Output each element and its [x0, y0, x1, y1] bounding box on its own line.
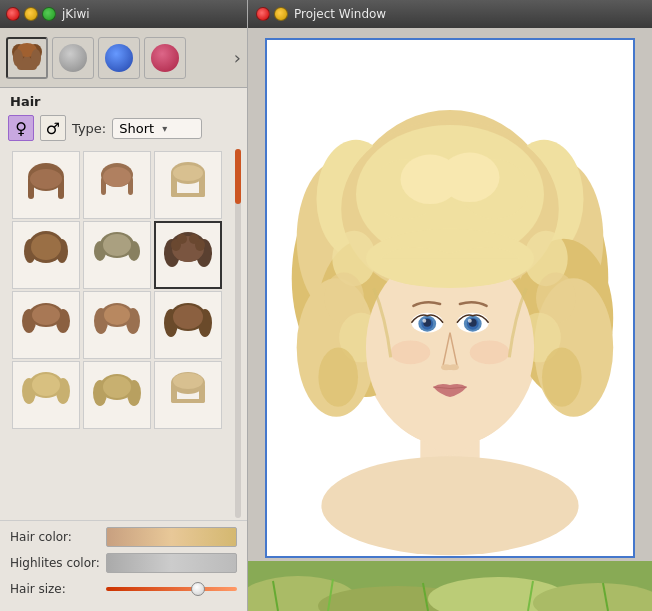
hair-style-7[interactable]: [12, 291, 80, 359]
svg-point-47: [173, 305, 203, 329]
hair-style-7-icon: [20, 299, 72, 351]
nature-strip-svg: [248, 561, 652, 611]
bottom-controls: Hair color: Highlites color: Hair size:: [0, 520, 247, 611]
hair-style-4[interactable]: [12, 221, 80, 289]
svg-point-43: [104, 305, 130, 325]
type-row: ♀ ♂ Type: Short ▾: [0, 113, 247, 147]
hair-size-slider[interactable]: [106, 579, 237, 599]
svg-point-81: [318, 347, 358, 406]
eyes-icon: [105, 44, 133, 72]
svg-point-27: [103, 234, 131, 256]
right-panel: Project Window: [248, 0, 652, 611]
svg-point-96: [422, 319, 426, 323]
svg-point-103: [449, 364, 459, 370]
svg-rect-6: [17, 62, 37, 70]
hair-style-11[interactable]: [83, 361, 151, 429]
svg-point-39: [32, 305, 60, 325]
hair-color-label: Hair color:: [10, 530, 100, 544]
portrait-svg: [267, 38, 633, 558]
svg-point-19: [173, 165, 203, 181]
hair-style-5[interactable]: [83, 221, 151, 289]
project-canvas: [265, 38, 635, 558]
svg-point-85: [542, 347, 582, 406]
lips-tool-button[interactable]: [144, 37, 186, 79]
svg-point-23: [31, 234, 61, 260]
svg-point-51: [32, 374, 60, 396]
right-minimize-button[interactable]: [274, 7, 288, 21]
eyes-tool-button[interactable]: [98, 37, 140, 79]
right-window-title: Project Window: [294, 7, 386, 21]
hair-style-8-icon: [91, 299, 143, 351]
svg-point-105: [470, 341, 510, 365]
hair-style-9[interactable]: [154, 291, 222, 359]
hair-style-10[interactable]: [12, 361, 80, 429]
makeup-icon: [59, 44, 87, 72]
hair-color-swatch[interactable]: [106, 527, 237, 547]
hair-icon: [9, 42, 45, 74]
hair-style-grid: [6, 149, 229, 431]
male-gender-button[interactable]: ♂: [40, 115, 66, 141]
hair-style-11-icon: [91, 369, 143, 421]
highlights-color-swatch[interactable]: [106, 553, 237, 573]
hair-style-9-icon: [162, 299, 214, 351]
left-panel: jKiwi › Hair: [0, 0, 248, 611]
hair-type-select[interactable]: Short ▾: [112, 118, 202, 139]
right-close-button[interactable]: [256, 7, 270, 21]
hair-style-1-icon: [20, 159, 72, 211]
hair-tool-button[interactable]: [6, 37, 48, 79]
highlights-color-row: Highlites color:: [10, 553, 237, 573]
project-bottom-strip: [248, 561, 652, 611]
svg-rect-18: [171, 193, 205, 197]
left-window-title: jKiwi: [62, 7, 90, 21]
section-header: Hair: [0, 88, 247, 113]
svg-point-104: [391, 341, 431, 365]
hair-size-row: Hair size:: [10, 579, 237, 599]
svg-point-101: [468, 319, 472, 323]
lips-icon: [151, 44, 179, 72]
svg-point-89: [440, 153, 499, 202]
svg-point-60: [173, 373, 203, 389]
female-gender-button[interactable]: ♀: [8, 115, 34, 141]
slider-thumb[interactable]: [191, 582, 205, 596]
hair-style-6-icon: [162, 229, 214, 281]
hair-style-2-icon: [91, 159, 143, 211]
type-label: Type:: [72, 121, 106, 136]
hair-size-label: Hair size:: [10, 582, 100, 596]
hair-grid-scrollbar[interactable]: [235, 149, 241, 518]
chevron-down-icon: ▾: [162, 123, 167, 134]
project-area: [248, 28, 652, 561]
hair-style-2[interactable]: [83, 151, 151, 219]
svg-point-34: [177, 234, 187, 244]
slider-track: [106, 587, 237, 591]
hair-style-1[interactable]: [12, 151, 80, 219]
svg-point-55: [103, 376, 131, 398]
makeup-tool-button[interactable]: [52, 37, 94, 79]
hair-style-6[interactable]: [154, 221, 222, 289]
svg-rect-59: [171, 399, 205, 403]
hair-style-5-icon: [91, 229, 143, 281]
titlebar-buttons: [6, 7, 56, 21]
minimize-button[interactable]: [24, 7, 38, 21]
svg-point-35: [189, 234, 199, 244]
right-titlebar-buttons: [256, 7, 288, 21]
hair-color-row: Hair color:: [10, 527, 237, 547]
hair-style-8[interactable]: [83, 291, 151, 359]
svg-point-63: [321, 456, 578, 555]
hair-style-3[interactable]: [154, 151, 222, 219]
svg-point-14: [103, 167, 131, 187]
close-button[interactable]: [6, 7, 20, 21]
scrollbar-thumb: [235, 149, 241, 204]
toolbar: ›: [0, 28, 247, 88]
maximize-button[interactable]: [42, 7, 56, 21]
hair-style-12[interactable]: [154, 361, 222, 429]
hair-type-value: Short: [119, 121, 154, 136]
hair-style-12-icon: [162, 369, 214, 421]
svg-point-10: [30, 169, 62, 189]
highlights-color-label: Highlites color:: [10, 556, 100, 570]
left-titlebar: jKiwi: [0, 0, 247, 28]
hair-style-3-icon: [162, 159, 214, 211]
toolbar-more-arrow[interactable]: ›: [234, 47, 241, 68]
right-titlebar: Project Window: [248, 0, 652, 28]
hair-style-10-icon: [20, 369, 72, 421]
hair-style-4-icon: [20, 229, 72, 281]
